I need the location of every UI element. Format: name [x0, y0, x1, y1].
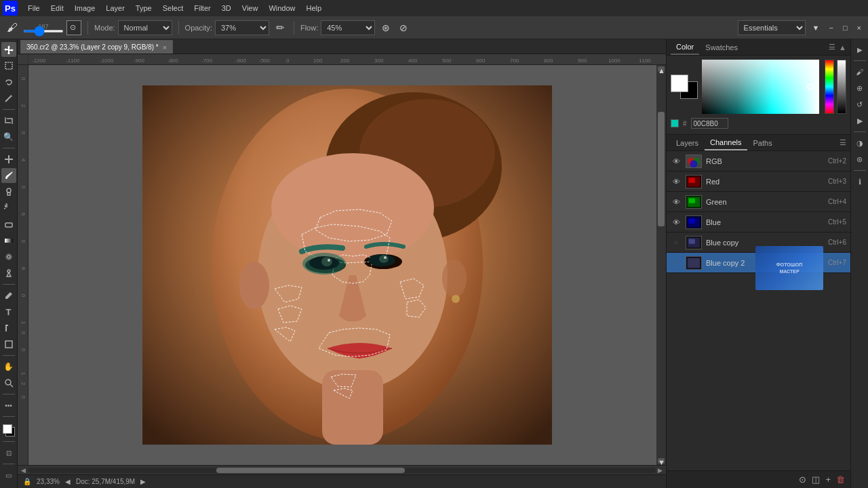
channel-row-red[interactable]: 👁 Red Ctrl+3: [667, 171, 850, 192]
brush-tool[interactable]: [1, 168, 16, 183]
marquee-tool[interactable]: [1, 58, 16, 73]
pen-tool[interactable]: [1, 288, 16, 303]
opacity-select[interactable]: 37%: [215, 20, 269, 35]
heal-tool[interactable]: [1, 152, 16, 167]
channel-row-blue[interactable]: 👁 Blue Ctrl+5: [667, 212, 850, 232]
menu-window[interactable]: Window: [264, 3, 300, 14]
channel-row-rgb[interactable]: 👁 RGB Ctrl+2: [667, 151, 850, 171]
gradient-tool[interactable]: [1, 233, 16, 248]
menu-view[interactable]: View: [237, 3, 263, 14]
menu-select[interactable]: Select: [158, 3, 189, 14]
channel-visibility-blue[interactable]: 👁: [671, 217, 682, 228]
pressure-toggle[interactable]: ⊘: [397, 21, 410, 35]
more-tools[interactable]: •••: [1, 398, 16, 413]
menu-image[interactable]: Image: [70, 3, 100, 14]
right-icon-1[interactable]: ▶: [852, 42, 867, 57]
color-panel-collapse[interactable]: ▲: [839, 43, 846, 52]
menu-filter[interactable]: Filter: [189, 3, 215, 14]
eraser-tool[interactable]: [1, 217, 16, 232]
lasso-tool[interactable]: [1, 75, 16, 89]
dodge-tool[interactable]: [1, 266, 16, 281]
right-icon-brush[interactable]: 🖌: [852, 64, 867, 79]
channel-visibility-blue-copy-2[interactable]: ○: [671, 258, 682, 268]
brush-size-slider[interactable]: [23, 30, 64, 33]
fg-bg-swatch-container[interactable]: [671, 75, 698, 99]
channel-visibility-blue-copy[interactable]: ○: [671, 237, 682, 248]
panel-close[interactable]: ×: [854, 22, 864, 33]
flow-select[interactable]: 45%: [321, 20, 375, 35]
menu-3d[interactable]: 3D: [217, 3, 236, 14]
menu-type[interactable]: Type: [131, 3, 157, 14]
channel-to-selection-btn[interactable]: ⊙: [797, 473, 808, 486]
tab-close-btn[interactable]: ×: [163, 43, 167, 52]
channel-visibility-rgb[interactable]: 👁: [671, 156, 682, 167]
vertical-scrollbar[interactable]: ▲ ▼: [656, 65, 666, 465]
channel-visibility-red[interactable]: 👁: [671, 176, 682, 187]
quick-mask[interactable]: ⊡: [1, 445, 16, 460]
fg-color-swatch[interactable]: [3, 424, 12, 434]
hscroll-thumb[interactable]: [216, 468, 405, 473]
workspace-select[interactable]: Essentials: [738, 20, 806, 35]
airbrush-toggle[interactable]: ✏: [273, 20, 288, 35]
document-tab[interactable]: 360.cr2 @ 23,3% (Layer 2 copy 9, RGB/8) …: [20, 40, 173, 54]
tab-paths[interactable]: Paths: [748, 136, 778, 150]
wand-tool[interactable]: [1, 91, 16, 106]
menu-layer[interactable]: Layer: [101, 3, 130, 14]
text-tool[interactable]: T: [1, 304, 16, 319]
status-arrow-right[interactable]: ▶: [140, 478, 146, 485]
blur-tool[interactable]: [1, 249, 16, 264]
right-icon-clone[interactable]: ⊕: [852, 81, 867, 96]
channel-row-green[interactable]: 👁 Green Ctrl+4: [667, 192, 850, 212]
hscroll-right[interactable]: ▶: [656, 467, 665, 474]
delete-channel-btn[interactable]: 🗑: [835, 473, 846, 486]
stamp-tool[interactable]: [1, 184, 16, 199]
workspace-expand[interactable]: ▼: [810, 22, 823, 33]
right-icon-history[interactable]: ↺: [852, 97, 867, 112]
color-hex-input[interactable]: [691, 118, 728, 129]
panel-restore[interactable]: □: [840, 22, 850, 33]
horizontal-scrollbar[interactable]: ◀ ▶: [18, 465, 666, 474]
canvas-viewport[interactable]: ▲ ▼: [28, 65, 666, 465]
new-channel-btn[interactable]: +: [824, 473, 832, 486]
move-tool[interactable]: [1, 42, 16, 57]
screen-mode[interactable]: ▭: [1, 468, 16, 483]
right-icon-actions[interactable]: ▶: [852, 113, 867, 128]
tab-swatches[interactable]: Swatches: [700, 40, 743, 55]
status-arrow-left[interactable]: ◀: [65, 478, 71, 485]
color-panel-menu[interactable]: ☰: [829, 43, 835, 52]
hue-slider[interactable]: [825, 60, 834, 114]
hand-tool[interactable]: ✋: [1, 359, 16, 374]
brush-toggle[interactable]: ⊙: [66, 20, 81, 35]
fg-bg-colors[interactable]: [1, 423, 16, 438]
document-canvas[interactable]: [142, 85, 552, 445]
path-tool[interactable]: [1, 321, 16, 336]
panel-minimize[interactable]: −: [826, 22, 835, 33]
menu-help[interactable]: Help: [302, 3, 327, 14]
vscroll-thumb[interactable]: [658, 112, 665, 227]
right-icon-info[interactable]: ℹ: [852, 174, 867, 189]
selection-to-channel-btn[interactable]: ◫: [810, 473, 821, 486]
zoom-tool[interactable]: [1, 375, 16, 390]
color-spectrum[interactable]: [702, 60, 819, 114]
channel-row-blue-copy-2[interactable]: ○ Blue copy 2 Ctrl+7 ФОТОШОПМАСТЕР: [667, 253, 850, 273]
flow-toggle[interactable]: ⊛: [379, 21, 393, 35]
menu-edit[interactable]: Edit: [46, 3, 68, 14]
vscroll-down[interactable]: ▼: [658, 458, 665, 464]
right-icon-adjust[interactable]: ◑: [852, 136, 867, 150]
menu-file[interactable]: File: [23, 3, 45, 14]
history-tool[interactable]: [1, 201, 16, 216]
vscroll-track[interactable]: [656, 73, 666, 457]
channel-visibility-green[interactable]: 👁: [671, 197, 682, 207]
tab-channels[interactable]: Channels: [705, 136, 747, 150]
tab-color[interactable]: Color: [671, 40, 699, 55]
layers-panel-menu[interactable]: ☰: [840, 138, 846, 147]
mode-select[interactable]: Normal: [118, 20, 172, 35]
value-slider[interactable]: [837, 60, 846, 114]
vscroll-up[interactable]: ▲: [658, 66, 665, 72]
foreground-color-box[interactable]: [671, 75, 688, 92]
brush-preset-picker[interactable]: 🖌: [4, 20, 20, 35]
hscroll-track[interactable]: [28, 468, 656, 473]
tab-layers[interactable]: Layers: [671, 136, 704, 150]
crop-tool[interactable]: [1, 113, 16, 128]
eyedropper-tool[interactable]: 🔍: [1, 129, 16, 144]
